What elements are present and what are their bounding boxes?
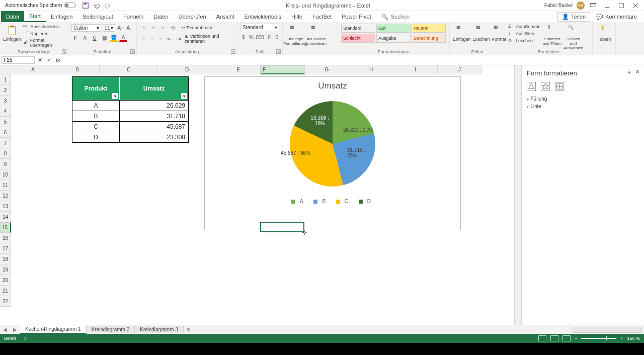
effects-tab-icon[interactable] <box>541 82 550 91</box>
font-size-select[interactable]: 11▾ <box>103 24 115 32</box>
table-row[interactable]: D23.308 <box>72 132 188 142</box>
increase-font-icon[interactable]: A↑ <box>117 24 124 32</box>
col-header[interactable]: H <box>349 65 393 74</box>
find-select-button[interactable]: 🔍Suchen und Auswählen <box>564 24 583 50</box>
table-row[interactable]: C45.687 <box>72 121 188 132</box>
border-button[interactable]: ▦ <box>100 34 108 42</box>
cell-umsatz[interactable]: 23.308 <box>120 132 188 142</box>
sheet-tab[interactable]: Kreisdiagramm 2 <box>87 326 135 333</box>
col-header[interactable]: J <box>438 65 482 74</box>
ribbon-tab-factset[interactable]: FactSet <box>307 12 337 22</box>
style-neutral[interactable]: Neutral <box>412 24 446 33</box>
sheet-nav-next-icon[interactable]: ▶ <box>13 327 17 332</box>
row-header[interactable]: 6 <box>0 127 11 138</box>
confirm-fx-icon[interactable]: ✓ <box>47 57 54 64</box>
undo-icon[interactable] <box>93 2 100 9</box>
horizontal-scrollbar[interactable] <box>573 327 642 333</box>
dec-decimal-icon[interactable]: .0 <box>273 33 279 41</box>
ribbon-tab-seitenlayout[interactable]: Seitenlayout <box>77 12 118 22</box>
row-header[interactable]: 17 <box>0 243 11 254</box>
row-header[interactable]: 2 <box>0 85 11 96</box>
zoom-out-icon[interactable]: − <box>575 336 577 341</box>
ribbon-tab-überprüfen[interactable]: Überprüfen <box>174 12 211 22</box>
indent-inc-icon[interactable]: ⇥ <box>175 35 182 43</box>
fill-section[interactable]: Füllung <box>527 96 639 102</box>
cut-button[interactable]: ✂Ausschneiden <box>23 24 65 30</box>
cell-umsatz[interactable]: 45.687 <box>120 122 188 132</box>
row-header[interactable]: 4 <box>0 106 11 117</box>
inc-decimal-icon[interactable]: .0 <box>266 33 272 41</box>
ribbon-tab-einfügen[interactable]: Einfügen <box>46 12 77 22</box>
dialog-launcher-icon[interactable]: ⬊ <box>231 49 235 54</box>
col-header-umsatz[interactable]: Umsatz▾ <box>120 77 188 100</box>
page-layout-view-icon[interactable] <box>550 335 558 341</box>
pie-chart[interactable]: Umsatz 26.629 ; 21% 31.718 ; 25% 45.687 … <box>204 76 461 230</box>
cell-umsatz[interactable]: 26.629 <box>120 101 188 111</box>
col-header[interactable]: I <box>393 65 438 74</box>
style-berechnung[interactable]: Berechnung <box>412 34 446 43</box>
fill-color-button[interactable]: 🪣 <box>110 34 118 42</box>
close-pane-icon[interactable]: ✕ <box>635 68 640 75</box>
row-header[interactable]: 8 <box>0 148 11 159</box>
ribbon-options-icon[interactable] <box>590 2 597 9</box>
indent-dec-icon[interactable]: ⇤ <box>166 35 173 43</box>
ribbon-tab-formeln[interactable]: Formeln <box>118 12 148 22</box>
col-header-produkt[interactable]: Produkt▾ <box>72 77 120 100</box>
zoom-in-icon[interactable]: + <box>620 336 623 341</box>
comma-icon[interactable]: 000 <box>256 33 264 41</box>
line-section[interactable]: Linie <box>527 104 639 109</box>
col-header[interactable]: B <box>55 65 100 74</box>
clear-button[interactable]: ◇Löschen <box>508 38 541 44</box>
row-header[interactable]: 18 <box>0 254 11 264</box>
macro-record-icon[interactable]: ▯ <box>24 336 27 341</box>
col-header[interactable]: A <box>11 65 55 74</box>
ribbon-search[interactable]: 🔍 <box>381 13 440 21</box>
font-color-button[interactable]: A <box>119 34 127 42</box>
name-box[interactable] <box>2 56 35 64</box>
share-button[interactable]: 👤Teilen <box>557 12 590 22</box>
filter-dropdown-icon[interactable]: ▾ <box>112 93 118 99</box>
user-avatar[interactable]: FB <box>577 2 585 10</box>
ribbon-tab-daten[interactable]: Daten <box>148 12 173 22</box>
format-cells-button[interactable]: ▦Format <box>492 24 507 42</box>
formula-input[interactable] <box>66 57 644 63</box>
maximize-icon[interactable] <box>618 2 625 9</box>
col-header[interactable]: F <box>261 65 305 74</box>
select-all-corner[interactable] <box>0 65 11 74</box>
row-header[interactable]: 10 <box>0 169 11 180</box>
orientation-icon[interactable]: ⟲ <box>169 24 177 32</box>
worksheet-grid[interactable]: ABCDEFGHIJ 12345678910111213141516171819… <box>0 65 514 325</box>
vertical-scrollbar[interactable] <box>514 65 521 325</box>
row-header[interactable]: 13 <box>0 201 11 212</box>
fill-line-tab-icon[interactable] <box>527 82 536 91</box>
col-header[interactable]: E <box>216 65 261 74</box>
row-header[interactable]: 19 <box>0 264 11 275</box>
cell-produkt[interactable]: B <box>72 111 120 121</box>
style-ausgabe[interactable]: Ausgabe <box>376 34 411 43</box>
zoom-level[interactable]: 160 % <box>627 336 640 341</box>
table-row[interactable]: A26.629 <box>72 100 188 111</box>
number-format-select[interactable]: Standard▾ <box>240 24 279 31</box>
cell-umsatz[interactable]: 31.718 <box>120 111 188 121</box>
normal-view-icon[interactable] <box>538 335 546 341</box>
align-center-icon[interactable]: ≡ <box>148 35 155 43</box>
cell-produkt[interactable]: A <box>72 101 120 111</box>
decrease-font-icon[interactable]: A↓ <box>126 24 133 32</box>
sheet-tab[interactable]: Kreisdiagramm 3 <box>135 326 184 333</box>
page-break-view-icon[interactable] <box>562 335 571 341</box>
merge-button[interactable]: ⊞ Verbinden und zentrieren <box>185 34 234 44</box>
currency-icon[interactable]: $ <box>240 33 247 41</box>
active-cell[interactable] <box>260 222 304 232</box>
dialog-launcher-icon[interactable]: ⬊ <box>130 49 135 54</box>
sheet-tab[interactable]: Kuchen-Ringdiagramm 1 <box>20 325 87 334</box>
row-header[interactable]: 15 <box>0 222 11 233</box>
percent-icon[interactable]: % <box>248 33 254 41</box>
row-header[interactable]: 1 <box>0 74 11 85</box>
table-row[interactable]: B31.718 <box>72 111 188 121</box>
format-painter-button[interactable]: 🖌Format übertragen <box>23 38 65 48</box>
row-header[interactable]: 3 <box>0 96 11 106</box>
insert-cells-button[interactable]: ▦Einfügen <box>453 24 471 42</box>
dialog-launcher-icon[interactable]: ⬊ <box>62 49 66 54</box>
row-header[interactable]: 21 <box>0 286 11 296</box>
ribbon-tab-ansicht[interactable]: Ansicht <box>211 12 239 22</box>
